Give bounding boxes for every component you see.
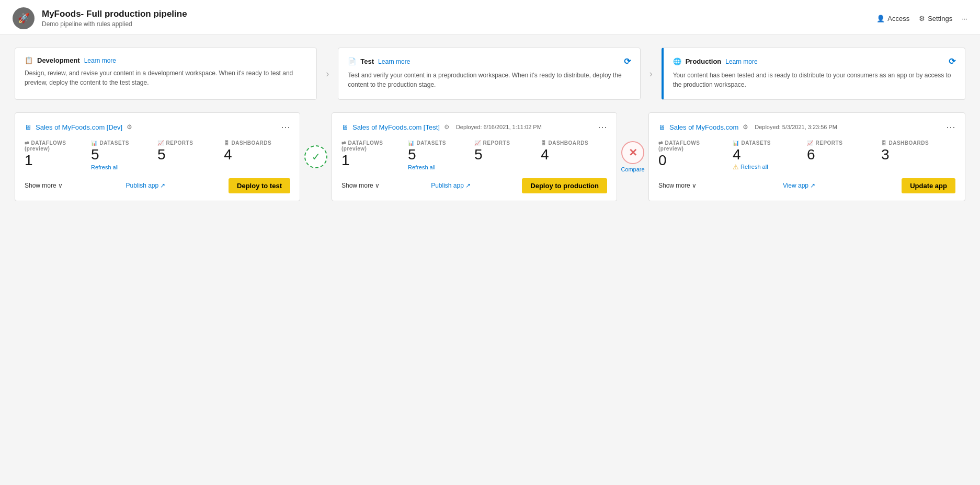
dev-stat-datasets: 📊 DATASETS 5 Refresh all xyxy=(91,140,157,171)
dev-workspace-wrapper: 🖥 Sales of MyFoods.com [Dev] ⚙ ⋯ ⇄ DATAF… xyxy=(15,112,332,201)
app-title-block: MyFoods- Full production pipeline Demo p… xyxy=(42,9,187,28)
prod-stat-dashboards: 🎛 DASHBOARDS 3 xyxy=(881,140,955,171)
stage-info-production: 🌐 Production Learn more ⟳ Your content h… xyxy=(662,48,965,100)
reports-icon: 📈 xyxy=(157,140,164,146)
dev-card-menu-button[interactable]: ⋯ xyxy=(281,121,290,133)
app-icon: 🚀 xyxy=(13,7,35,29)
dev-card-footer: Show more ∨ Publish app ↗ Deploy to test xyxy=(25,178,290,193)
page-subtitle: Demo pipeline with rules applied xyxy=(42,20,187,28)
prod-card-menu-button[interactable]: ⋯ xyxy=(946,121,955,133)
prod-workspace-card: 🖥 Sales of MyFoods.com ⚙ Deployed: 5/3/2… xyxy=(648,112,965,201)
gear-icon: ⚙ xyxy=(919,15,925,22)
chevron-down-icon: ∨ xyxy=(58,182,63,189)
rocket-icon: 🚀 xyxy=(18,13,29,24)
test-stat-reports: 📈 REPORTS 5 xyxy=(474,140,541,171)
dev-network-icon: ⚙ xyxy=(127,123,132,131)
workspace-icon-prod: 🖥 xyxy=(658,123,665,131)
test-workspace-card: 🖥 Sales of MyFoods.com [Test] ⚙ Deployed… xyxy=(332,112,617,201)
test-card-footer: Show more ∨ Publish app ↗ Deploy to prod… xyxy=(341,178,607,193)
dev-publish-app-link[interactable]: Publish app ↗ xyxy=(126,182,166,189)
stage-header-production: 🌐 Production Learn more ⟳ xyxy=(673,56,955,66)
stage-header-development: 📋 Development Learn more xyxy=(25,56,307,64)
test-card-title: 🖥 Sales of MyFoods.com [Test] ⚙ Deployed… xyxy=(341,123,542,131)
dev-stats-row: ⇄ DATAFLOWS (preview) 1 📊 DATASETS 5 Ref… xyxy=(25,140,290,171)
test-workspace-wrapper: 🖥 Sales of MyFoods.com [Test] ⚙ Deployed… xyxy=(332,112,648,201)
dev-deploy-button[interactable]: Deploy to test xyxy=(229,178,290,193)
test-card-menu-button[interactable]: ⋯ xyxy=(598,121,607,133)
dev-show-more-button[interactable]: Show more ∨ xyxy=(25,182,63,189)
test-show-more-button[interactable]: Show more ∨ xyxy=(341,182,380,189)
dev-test-connector: ✓ xyxy=(300,145,332,168)
prod-network-icon: ⚙ xyxy=(743,123,748,131)
prod-card-title: 🖥 Sales of MyFoods.com ⚙ Deployed: 5/3/2… xyxy=(658,123,837,131)
test-publish-app-link[interactable]: Publish app ↗ xyxy=(431,182,471,189)
prod-show-more-button[interactable]: Show more ∨ xyxy=(658,182,697,189)
test-stat-dashboards: 🎛 DASHBOARDS 4 xyxy=(541,140,607,171)
error-icon: ✕ xyxy=(629,146,637,159)
external-link-icon: ↗ xyxy=(160,182,165,189)
dev-learn-more-link[interactable]: Learn more xyxy=(84,57,116,64)
prod-stat-datasets: 📊 DATASETS 4 ⚠ Refresh all xyxy=(733,140,807,171)
dev-stage-description: Design, review, and revise your content … xyxy=(25,68,307,87)
dev-stat-dashboards: 🎛 DASHBOARDS 4 xyxy=(224,140,290,171)
prod-card-header: 🖥 Sales of MyFoods.com ⚙ Deployed: 5/3/2… xyxy=(658,121,955,133)
dev-refresh-all-link[interactable]: Refresh all xyxy=(91,164,119,170)
external-link-icon-test: ↗ xyxy=(465,182,471,189)
prod-stage-description: Your content has been tested and is read… xyxy=(673,71,955,89)
reports-icon-prod: 📈 xyxy=(807,140,814,146)
test-stat-datasets: 📊 DATASETS 5 Refresh all xyxy=(408,140,474,171)
dev-test-status-icon: ✓ xyxy=(304,145,327,168)
prod-refresh-all-link[interactable]: Refresh all xyxy=(740,164,768,170)
production-icon: 🌐 xyxy=(673,57,681,65)
top-bar: 🚀 MyFoods- Full production pipeline Demo… xyxy=(0,0,980,35)
test-stats-row: ⇄ DATAFLOWS (preview) 1 📊 DATASETS 5 Ref… xyxy=(341,140,607,171)
dev-card-header: 🖥 Sales of MyFoods.com [Dev] ⚙ ⋯ xyxy=(25,121,290,133)
prod-learn-more-link[interactable]: Learn more xyxy=(725,58,757,65)
access-button[interactable]: 👤 Access xyxy=(876,15,909,22)
more-options-button[interactable]: ··· xyxy=(962,15,967,22)
test-refresh-icon: ⟳ xyxy=(624,56,631,66)
prod-stat-reports: 📈 REPORTS 6 xyxy=(807,140,881,171)
test-icon: 📄 xyxy=(348,57,356,65)
main-content: 📋 Development Learn more Design, review,… xyxy=(0,35,980,214)
dataflows-icon-test: ⇄ xyxy=(341,140,346,146)
check-icon: ✓ xyxy=(312,151,321,163)
test-deploy-button[interactable]: Deploy to production xyxy=(522,178,607,193)
top-bar-actions: 👤 Access ⚙ Settings ··· xyxy=(876,15,967,22)
datasets-icon-prod: 📊 xyxy=(733,140,739,146)
dev-stat-dataflows: ⇄ DATAFLOWS (preview) 1 xyxy=(25,140,91,171)
dataflows-icon: ⇄ xyxy=(25,140,29,146)
dev-stat-reports: 📈 REPORTS 5 xyxy=(157,140,224,171)
dev-card-title: 🖥 Sales of MyFoods.com [Dev] ⚙ xyxy=(25,123,132,131)
datasets-icon-test: 📊 xyxy=(408,140,415,146)
datasets-icon: 📊 xyxy=(91,140,98,146)
development-icon: 📋 xyxy=(25,56,33,64)
prod-card-footer: Show more ∨ View app ↗ Update app xyxy=(658,178,955,193)
stage-info-test: 📄 Test Learn more ⟳ Test and verify your… xyxy=(338,48,640,100)
external-link-icon-prod: ↗ xyxy=(810,182,815,189)
dashboards-icon-test: 🎛 xyxy=(541,140,546,146)
chevron-down-icon-test: ∨ xyxy=(375,182,380,189)
settings-button[interactable]: ⚙ Settings xyxy=(919,15,952,22)
prod-workspace-wrapper: 🖥 Sales of MyFoods.com ⚙ Deployed: 5/3/2… xyxy=(648,112,965,201)
workspace-icon-test: 🖥 xyxy=(341,123,348,131)
test-stage-description: Test and verify your content in a prepro… xyxy=(348,71,630,89)
dashboards-icon: 🎛 xyxy=(224,140,230,146)
chevron-down-icon-prod: ∨ xyxy=(692,182,697,189)
stage-info-development: 📋 Development Learn more Design, review,… xyxy=(15,48,317,100)
stage-header-test: 📄 Test Learn more ⟳ xyxy=(348,56,630,66)
prod-update-app-button[interactable]: Update app xyxy=(902,178,955,193)
page-title: MyFoods- Full production pipeline xyxy=(42,9,187,19)
pipeline-stages: 📋 Development Learn more Design, review,… xyxy=(15,48,965,100)
reports-icon-test: 📈 xyxy=(474,140,481,146)
warning-icon: ⚠ xyxy=(733,163,739,171)
test-refresh-all-link[interactable]: Refresh all xyxy=(408,164,436,170)
workspace-cards-row: 🖥 Sales of MyFoods.com [Dev] ⚙ ⋯ ⇄ DATAF… xyxy=(15,112,965,201)
prod-view-app-link[interactable]: View app ↗ xyxy=(783,182,815,189)
test-learn-more-link[interactable]: Learn more xyxy=(378,58,410,65)
compare-link[interactable]: Compare xyxy=(621,166,644,172)
prod-refresh-icon: ⟳ xyxy=(949,56,955,66)
test-card-header: 🖥 Sales of MyFoods.com [Test] ⚙ Deployed… xyxy=(341,121,607,133)
app-header: 🚀 MyFoods- Full production pipeline Demo… xyxy=(13,7,187,29)
person-icon: 👤 xyxy=(876,15,885,22)
